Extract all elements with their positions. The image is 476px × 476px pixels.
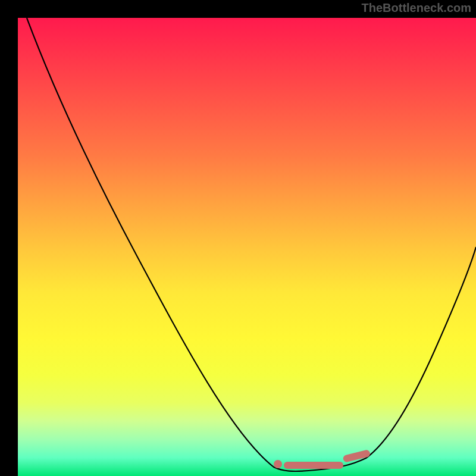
highlight-range-segment	[284, 462, 343, 469]
curve-svg	[18, 18, 476, 476]
highlight-start-dot	[274, 460, 282, 468]
bottleneck-curve-path	[27, 18, 476, 471]
plot-area	[18, 18, 476, 476]
attribution-text: TheBottleneck.com	[362, 1, 471, 15]
